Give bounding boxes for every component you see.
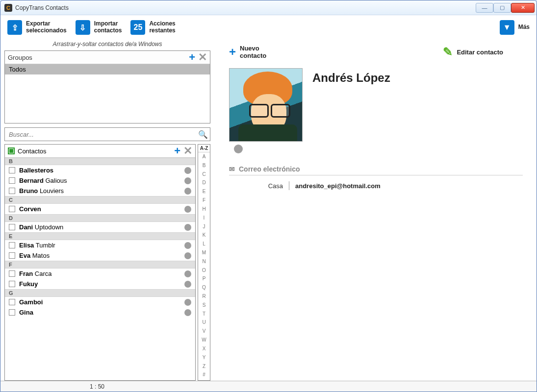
alpha-letter[interactable]: E xyxy=(198,188,210,195)
row-checkbox[interactable] xyxy=(9,206,15,212)
import-icon: ⇩ xyxy=(76,20,90,35)
new-l2: contacto xyxy=(240,52,266,59)
import-l1: Importar xyxy=(94,20,118,27)
contact-row[interactable]: Fran Carca xyxy=(5,269,195,279)
edit-contact-button[interactable]: ✎ Editar contacto xyxy=(443,45,503,59)
alpha-letter[interactable]: R xyxy=(198,293,210,300)
contact-name-cell: Gina xyxy=(19,309,180,316)
alpha-letter[interactable]: N xyxy=(198,258,210,265)
contact-name-cell: Elisa Tumblr xyxy=(19,242,180,249)
alpha-letter[interactable]: P xyxy=(198,275,210,282)
titlebar[interactable]: C CopyTrans Contacts — ▢ ✕ xyxy=(0,0,537,15)
contact-row[interactable]: Gamboi xyxy=(5,297,195,307)
contacts-list[interactable]: BBallesterosBernard GaliousBruno Louvier… xyxy=(5,158,195,380)
close-button[interactable]: ✕ xyxy=(511,3,535,13)
alpha-letter[interactable]: J xyxy=(198,223,210,230)
more-button[interactable]: ▼ Más xyxy=(500,20,530,35)
row-checkbox[interactable] xyxy=(9,299,15,305)
alpha-index[interactable]: A-Z ABCDEFHIJKLMNOPQRSTUVWXYZ# xyxy=(198,144,210,381)
main-toolbar: ⇪ Exportarseleccionados ⇩ Importarcontac… xyxy=(4,18,533,40)
drag-hint: Arrastrar-y-soltar contactos de/a Window… xyxy=(4,40,210,50)
row-checkbox[interactable] xyxy=(9,242,15,248)
row-checkbox[interactable] xyxy=(9,309,15,316)
row-checkbox[interactable] xyxy=(9,252,15,259)
presence-dot xyxy=(184,206,191,213)
alpha-letter[interactable]: M xyxy=(198,249,210,256)
presence-dot xyxy=(234,145,243,153)
search-icon[interactable]: 🔍 xyxy=(196,130,210,139)
search-box[interactable]: 🔍 xyxy=(4,127,210,141)
alpha-letter[interactable]: X xyxy=(198,345,210,352)
alpha-letter[interactable]: C xyxy=(198,171,210,178)
alpha-letter[interactable]: # xyxy=(198,371,210,378)
alpha-letter[interactable]: L xyxy=(198,241,210,247)
new-contact-button[interactable]: + Nuevocontacto xyxy=(229,45,266,59)
search-input[interactable] xyxy=(5,131,196,138)
alpha-letter[interactable]: H xyxy=(198,206,210,213)
alpha-letter[interactable]: K xyxy=(198,232,210,239)
row-checkbox[interactable] xyxy=(9,177,15,184)
alpha-letter[interactable]: I xyxy=(198,215,210,221)
delete-contact-button[interactable]: ✕ xyxy=(183,146,192,156)
app-window: C CopyTrans Contacts — ▢ ✕ ⇪ Exportarsel… xyxy=(0,0,537,392)
alpha-letter[interactable]: O xyxy=(198,267,210,274)
alpha-letter[interactable]: F xyxy=(198,197,210,204)
group-row[interactable]: Todos xyxy=(5,64,210,74)
alpha-letter[interactable]: Q xyxy=(198,284,210,291)
alpha-letter[interactable]: V xyxy=(198,328,210,335)
alpha-letter[interactable]: U xyxy=(198,319,210,326)
plus-icon: + xyxy=(229,45,236,59)
delete-group-button[interactable]: ✕ xyxy=(198,52,207,63)
alpha-letter[interactable]: W xyxy=(198,337,210,343)
groups-label: Groupos xyxy=(8,54,32,61)
actions-l2: restantes xyxy=(149,27,175,34)
app-icon: C xyxy=(4,4,12,12)
statusbar: 1 : 50 xyxy=(0,381,537,392)
import-button[interactable]: ⇩ Importarcontactos xyxy=(76,20,122,35)
letter-separator: E xyxy=(5,232,195,240)
row-checkbox[interactable] xyxy=(9,270,15,277)
letter-separator: B xyxy=(5,158,195,165)
edit-label: Editar contacto xyxy=(457,49,503,56)
export-l1: Exportar xyxy=(26,20,50,27)
row-checkbox[interactable] xyxy=(9,188,15,194)
add-group-button[interactable]: + xyxy=(189,52,195,63)
email-section-label: Correo electrónico xyxy=(239,165,300,173)
maximize-button[interactable]: ▢ xyxy=(493,3,511,13)
contact-name-cell: Gamboi xyxy=(19,298,180,306)
contact-row[interactable]: Bernard Galious xyxy=(5,175,195,186)
alpha-letter[interactable]: A xyxy=(198,153,210,160)
alpha-letter[interactable]: Y xyxy=(198,354,210,361)
email-value: andresito_epi@hotmail.com xyxy=(295,182,381,190)
contact-name-cell: Bernard Galious xyxy=(19,177,180,184)
export-button[interactable]: ⇪ Exportarseleccionados xyxy=(7,20,67,35)
alpha-letter[interactable]: D xyxy=(198,179,210,186)
presence-dot xyxy=(184,309,191,316)
contact-row[interactable]: Elisa Tumblr xyxy=(5,240,195,250)
contact-row[interactable]: Eva Matos xyxy=(5,250,195,261)
alpha-letter[interactable]: Z xyxy=(198,363,210,370)
select-all-checkbox[interactable] xyxy=(8,147,15,154)
contact-row[interactable]: Gina xyxy=(5,307,195,318)
alpha-letter[interactable]: T xyxy=(198,311,210,318)
presence-dot xyxy=(184,188,191,195)
export-icon: ⇪ xyxy=(7,20,22,35)
contact-row[interactable]: Corven xyxy=(5,204,195,214)
contact-row[interactable]: Bruno Louviers xyxy=(5,186,195,196)
actions-remaining[interactable]: 25 Accionesrestantes xyxy=(130,20,175,35)
pencil-icon: ✎ xyxy=(443,45,453,59)
contact-row[interactable]: Dani Uptodown xyxy=(5,222,195,232)
contact-name-cell: Eva Matos xyxy=(19,252,180,259)
row-checkbox[interactable] xyxy=(9,281,15,287)
contact-row[interactable]: Fukuy xyxy=(5,279,195,289)
row-checkbox[interactable] xyxy=(9,167,15,173)
contact-name-cell: Ballesteros xyxy=(19,167,180,174)
minimize-button[interactable]: — xyxy=(476,3,493,13)
contact-row[interactable]: Ballesteros xyxy=(5,165,195,175)
alpha-sort-toggle[interactable]: A-Z xyxy=(198,145,210,152)
row-checkbox[interactable] xyxy=(9,224,15,230)
import-l2: contactos xyxy=(94,27,122,34)
alpha-letter[interactable]: S xyxy=(198,302,210,309)
add-contact-button[interactable]: + xyxy=(174,146,180,156)
alpha-letter[interactable]: B xyxy=(198,162,210,169)
